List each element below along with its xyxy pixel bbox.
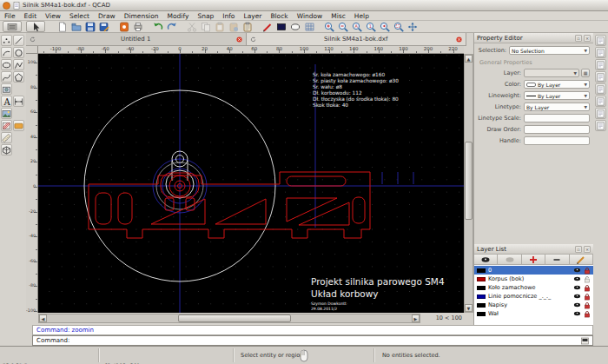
annotation-line[interactable]: Śr. koła zamachowego: ø160: [313, 71, 385, 78]
tab-close-icon[interactable]: [236, 36, 242, 43]
linetype-scale-input[interactable]: [524, 114, 590, 122]
scroll-up-icon[interactable]: ▲: [465, 55, 473, 63]
dimension-notes[interactable]: Śr. koła zamachowego: ø160Śr. piasty koł…: [313, 71, 399, 108]
show-all-layers-button[interactable]: [474, 255, 498, 264]
pointer-button[interactable]: [26, 21, 45, 32]
paste-button[interactable]: [213, 21, 227, 32]
horizontal-scroll-thumb[interactable]: [178, 314, 291, 322]
layer-locked-icon[interactable]: [584, 267, 591, 275]
toggle-block-list-button[interactable]: [595, 59, 606, 70]
add-layer-button[interactable]: [522, 255, 545, 264]
layer-locked-icon[interactable]: [584, 310, 591, 318]
horizontal-scrollbar[interactable]: ◀ ▶: [38, 314, 420, 323]
remove-layer-button[interactable]: [545, 255, 569, 264]
scroll-down-icon[interactable]: ▼: [465, 304, 473, 312]
pen-edit-button[interactable]: [261, 21, 274, 32]
circle-tool-button[interactable]: [13, 47, 24, 58]
draw-order-input[interactable]: [524, 125, 590, 134]
line-tool-button[interactable]: [13, 35, 24, 46]
new-button[interactable]: [56, 21, 69, 32]
save-button[interactable]: [83, 21, 97, 32]
zoom-out-button[interactable]: [336, 21, 350, 32]
open-button[interactable]: [69, 21, 83, 32]
layer-row-koło-zamachowe[interactable]: Koło zamachowe: [474, 283, 593, 292]
float-panel-icon[interactable]: ▫: [575, 35, 582, 42]
tab-close-icon[interactable]: [456, 36, 462, 43]
selection-dropdown[interactable]: No Selection ▼: [509, 46, 590, 55]
toggle-layer-list-button[interactable]: [595, 47, 606, 58]
layer-locked-icon[interactable]: [584, 284, 591, 292]
auto-zoom-button[interactable]: A: [350, 21, 364, 32]
edit-layer-button[interactable]: [570, 255, 593, 264]
scroll-left-icon[interactable]: ◀: [39, 314, 47, 322]
handle-input[interactable]: [524, 136, 590, 145]
ellipse-tool-button[interactable]: [1, 59, 12, 70]
command-history[interactable]: Command: zoomin: [32, 325, 593, 335]
menu-view[interactable]: View: [41, 12, 65, 20]
menu-dimension[interactable]: Dimension: [120, 12, 163, 20]
annotation-line[interactable]: Śr. wału: ø8: [313, 83, 342, 89]
drawing-title-line2[interactable]: Układ korbowy: [311, 288, 379, 299]
menu-misc[interactable]: Misc: [327, 12, 350, 20]
clipboard-button[interactable]: [241, 21, 254, 32]
menu-snap[interactable]: Snap: [193, 12, 218, 20]
layer-locked-icon[interactable]: [584, 301, 591, 309]
layer-row-wał[interactable]: Wał: [474, 309, 593, 318]
save-as-button[interactable]: [97, 21, 111, 32]
toggle-view-list-button[interactable]: [595, 71, 606, 83]
menu-modify[interactable]: Modify: [163, 12, 194, 20]
drawing-canvas[interactable]: Śr. koła zamachowego: ø160Śr. piasty koł…: [38, 54, 464, 313]
text-tool-button[interactable]: A: [1, 96, 12, 107]
menu-file[interactable]: File: [0, 12, 20, 20]
menu-select[interactable]: Select: [65, 12, 94, 20]
layer-row-napisy[interactable]: Napisy: [474, 301, 593, 309]
menu-info[interactable]: Info: [218, 12, 239, 20]
zoom-in-button[interactable]: [322, 21, 336, 32]
redo-button[interactable]: [165, 21, 179, 32]
hide-all-layers-button[interactable]: [498, 255, 521, 264]
layer-visibility-icon[interactable]: [573, 267, 581, 274]
menu-block[interactable]: Block: [266, 12, 292, 20]
zoom-previous-button[interactable]: [378, 21, 392, 32]
lineweight-dropdown[interactable]: By Layer ▼: [524, 91, 590, 100]
layer-visibility-icon[interactable]: [573, 284, 581, 291]
cut-button[interactable]: [185, 21, 199, 32]
layer-dropdown[interactable]: ▼: [524, 69, 579, 77]
solid-fill-tool-button[interactable]: [13, 120, 24, 131]
block-3d-tool-button[interactable]: [1, 144, 12, 156]
command-input[interactable]: Command:: [32, 335, 593, 346]
layer-visibility-icon[interactable]: [573, 310, 581, 317]
drawing-title-line1[interactable]: Projekt silnika parowego SM4: [311, 276, 445, 287]
color-dropdown[interactable]: By Layer ▼: [524, 80, 590, 89]
pan-button[interactable]: [406, 21, 420, 32]
machine-body[interactable]: [89, 172, 370, 238]
float-panel-icon[interactable]: ▫: [575, 246, 582, 253]
layer-locked-icon[interactable]: [584, 293, 591, 301]
close-panel-icon[interactable]: ×: [584, 35, 591, 42]
layer-visibility-icon[interactable]: [573, 293, 581, 300]
tab-silnik-sm4a1-bok[interactable]: Silnik SM4a1-bok.dxf: [247, 33, 467, 45]
arc-tool-button[interactable]: [1, 47, 12, 58]
menu-layer[interactable]: Layer: [239, 12, 266, 20]
menu-help[interactable]: Help: [350, 12, 373, 20]
scroll-right-icon[interactable]: ▶: [412, 314, 420, 322]
copy-button[interactable]: [199, 21, 213, 32]
grid-button[interactable]: [302, 21, 316, 32]
selection-mode-button[interactable]: [3, 21, 22, 32]
title-block[interactable]: Projekt silnika parowego SM4 Układ korbo…: [311, 276, 445, 311]
dimension-tool-button[interactable]: [13, 96, 24, 107]
toggle-command-line-button[interactable]: [595, 83, 606, 95]
paste-special-button[interactable]: [227, 21, 241, 32]
layer-row-korpus-bok[interactable]: Korpus (bok): [474, 275, 593, 283]
terminal-icon[interactable]: [581, 337, 589, 345]
viewport-tool-button[interactable]: [1, 83, 12, 95]
toggle-library-browser-button[interactable]: [595, 96, 606, 107]
layer-unlocked-icon[interactable]: [584, 275, 591, 283]
toggle-misc-panel-button[interactable]: [595, 120, 606, 131]
menu-draw[interactable]: Draw: [94, 12, 120, 20]
layer-visibility-icon[interactable]: [573, 301, 581, 308]
image-tool-button[interactable]: [1, 108, 12, 119]
point-tool-button[interactable]: [1, 35, 12, 46]
hatch-tool-button[interactable]: [1, 120, 12, 131]
layer-visibility-icon[interactable]: [573, 275, 581, 282]
